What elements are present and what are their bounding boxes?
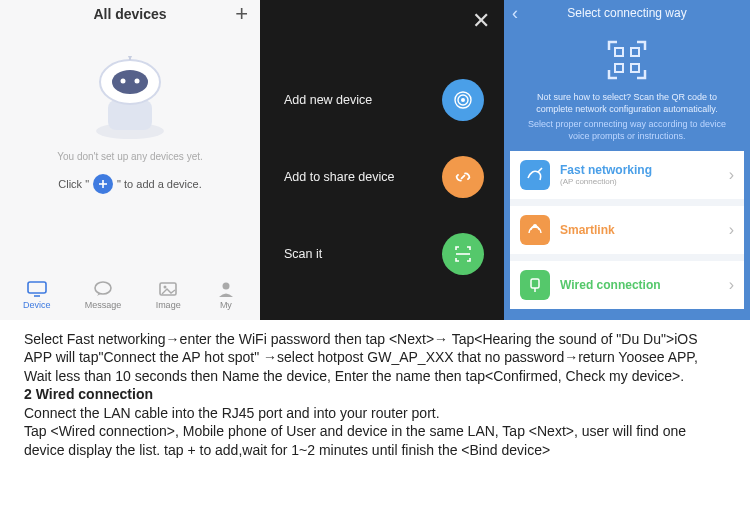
chevron-right-icon: ›: [729, 221, 734, 239]
screen-add-menu: ✕ Add new device Add to share device Sca…: [260, 0, 504, 320]
empty-devices-msg: You don't set up any devices yet.: [0, 151, 260, 162]
hint-post: " to add a device.: [117, 178, 202, 190]
screenshots-row: All devices + You don't set up any devic…: [0, 0, 750, 320]
chevron-right-icon: ›: [729, 166, 734, 184]
tab-my[interactable]: My: [215, 280, 237, 310]
devices-body: You don't set up any devices yet. Click …: [0, 28, 260, 194]
add-menu-body: Add new device Add to share device Scan …: [260, 34, 504, 320]
tab-message-label: Message: [85, 300, 122, 310]
tab-message[interactable]: Message: [85, 280, 122, 310]
svg-rect-23: [631, 64, 639, 72]
wired-connection-title: Wired connection: [560, 278, 729, 292]
svg-point-7: [128, 56, 132, 58]
add-share-device-label: Add to share device: [284, 170, 395, 184]
wifi-signal-icon: [442, 79, 484, 121]
svg-point-12: [95, 282, 111, 294]
svg-point-4: [121, 79, 126, 84]
select-help-text: Select proper connecting way according t…: [504, 115, 750, 150]
wired-connection-text: Wired connection: [560, 278, 729, 292]
add-new-device-row[interactable]: Add new device: [284, 79, 484, 121]
message-icon: [92, 280, 114, 298]
svg-point-16: [461, 98, 465, 102]
instructions-p3: Tap <Wired connection>, Mobile phone of …: [24, 422, 726, 459]
robot-illustration: [75, 56, 185, 141]
add-device-hint: Click " " to add a device.: [0, 174, 260, 194]
instructions-p1: Select Fast networking→enter the WiFi pa…: [24, 330, 726, 385]
qr-code-icon[interactable]: [603, 36, 651, 84]
svg-point-14: [164, 286, 167, 289]
svg-rect-25: [531, 279, 539, 288]
wired-connection-item[interactable]: Wired connection ›: [510, 261, 744, 309]
chevron-right-icon: ›: [729, 276, 734, 294]
fast-networking-text: Fast networking (AP connection): [560, 163, 729, 186]
device-icon: [26, 280, 48, 298]
scan-it-row[interactable]: Scan it: [284, 233, 484, 275]
tab-my-label: My: [215, 300, 237, 310]
instructions-text: Select Fast networking→enter the WiFi pa…: [0, 320, 750, 469]
add-device-blue-button[interactable]: [93, 174, 113, 194]
instructions-p2: Connect the LAN cable into the RJ45 port…: [24, 404, 726, 422]
svg-rect-10: [28, 282, 46, 293]
tab-device-label: Device: [23, 300, 51, 310]
svg-point-5: [135, 79, 140, 84]
wired-connection-icon: [520, 270, 550, 300]
smartlink-text: Smartlink: [560, 223, 729, 237]
tab-image[interactable]: Image: [156, 280, 181, 310]
fast-networking-sub: (AP connection): [560, 177, 729, 186]
bottom-tabs: Device Message Image My: [0, 276, 260, 314]
smartlink-icon: [520, 215, 550, 245]
svg-rect-20: [615, 48, 623, 56]
svg-point-3: [112, 70, 148, 94]
tab-image-label: Image: [156, 300, 181, 310]
my-icon: [215, 280, 237, 298]
scan-icon: [442, 233, 484, 275]
connecting-title: Select connecting way: [567, 6, 686, 20]
add-share-device-row[interactable]: Add to share device: [284, 156, 484, 198]
add-device-plus-button[interactable]: +: [235, 1, 248, 27]
fast-networking-icon: [520, 160, 550, 190]
instructions-heading-wired: 2 Wired connection: [24, 385, 726, 403]
connecting-header: ‹ Select connecting way: [504, 0, 750, 26]
smartlink-title: Smartlink: [560, 223, 729, 237]
devices-header: All devices +: [0, 0, 260, 28]
svg-rect-22: [615, 64, 623, 72]
screen-connecting-way: ‹ Select connecting way Not sure how to …: [504, 0, 750, 320]
screen-devices: All devices + You don't set up any devic…: [0, 0, 260, 320]
link-icon: [442, 156, 484, 198]
connecting-options-list: Fast networking (AP connection) › Smartl…: [510, 151, 744, 309]
devices-title: All devices: [93, 6, 166, 22]
add-new-device-label: Add new device: [284, 93, 372, 107]
smartlink-item[interactable]: Smartlink ›: [510, 206, 744, 254]
add-menu-header: ✕: [260, 0, 504, 34]
back-icon[interactable]: ‹: [512, 3, 518, 24]
svg-rect-21: [631, 48, 639, 56]
hint-pre: Click ": [58, 178, 89, 190]
qr-help-text: Not sure how to select? Scan the QR code…: [504, 92, 750, 115]
close-icon[interactable]: ✕: [472, 8, 490, 34]
svg-point-15: [222, 283, 229, 290]
image-icon: [157, 280, 179, 298]
fast-networking-title: Fast networking: [560, 163, 729, 177]
fast-networking-item[interactable]: Fast networking (AP connection) ›: [510, 151, 744, 199]
scan-it-label: Scan it: [284, 247, 322, 261]
tab-device[interactable]: Device: [23, 280, 51, 310]
